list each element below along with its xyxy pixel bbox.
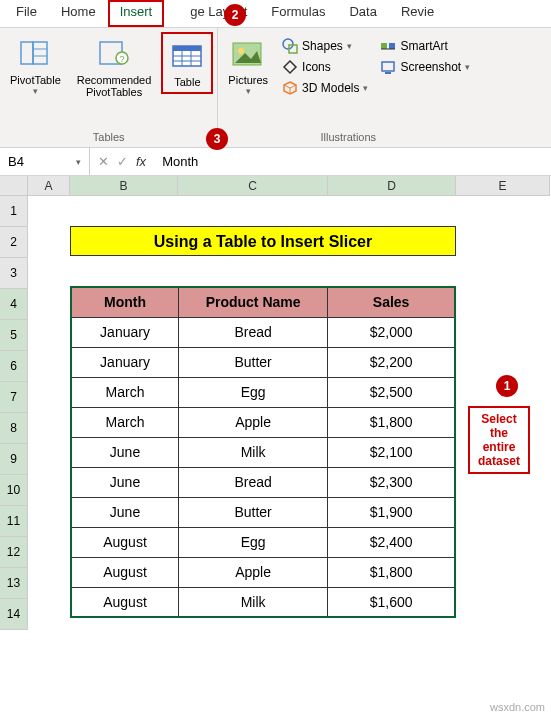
row-head[interactable]: 13 [0,568,28,599]
pictures-icon [230,36,266,72]
ribbon-tabs: File Home Insert ge Layout Formulas Data… [0,0,551,28]
tab-file[interactable]: File [4,0,49,27]
select-all-corner[interactable] [0,176,28,196]
svg-point-15 [283,39,293,49]
table-icon [169,38,205,74]
tab-insert[interactable]: Insert [108,0,165,27]
illustrations-group-label: Illustrations [320,129,376,145]
svg-text:?: ? [120,54,125,64]
row-head[interactable]: 11 [0,506,28,537]
screenshot-icon [380,59,396,75]
header-sales: Sales [328,287,455,317]
svg-rect-8 [173,46,201,51]
table-row: AugustMilk$1,600 [71,587,455,617]
step-3-badge: 3 [206,128,228,150]
tables-group: PivotTable ▾ ? Recommended PivotTables T… [0,28,218,147]
screenshot-button[interactable]: Screenshot ▾ [376,57,474,77]
annotation-select-dataset: Select the entire dataset [468,406,530,474]
row-head[interactable]: 3 [0,258,28,289]
col-head-a[interactable]: A [28,176,70,196]
data-table[interactable]: Month Product Name Sales JanuaryBread$2,… [70,286,456,618]
table-row: AugustApple$1,800 [71,557,455,587]
row-head[interactable]: 6 [0,351,28,382]
row-head[interactable]: 12 [0,537,28,568]
smartart-button[interactable]: SmartArt [376,36,474,56]
pivottable-button[interactable]: PivotTable ▾ [4,32,67,100]
col-head-e[interactable]: E [456,176,550,196]
svg-rect-19 [382,62,394,71]
table-button[interactable]: Table [161,32,213,94]
recommended-pivottables-button[interactable]: ? Recommended PivotTables [71,32,158,102]
table-row: JanuaryBread$2,000 [71,317,455,347]
table-row: MarchEgg$2,500 [71,377,455,407]
table-row: MarchApple$1,800 [71,407,455,437]
dropdown-caret-icon: ▾ [33,86,38,96]
tables-group-label: Tables [93,129,125,145]
formula-bar: B4 ▾ ✕ ✓ fx Month [0,148,551,176]
row-head[interactable]: 7 [0,382,28,413]
3d-models-button[interactable]: 3D Models ▾ [278,78,372,98]
header-month: Month [71,287,179,317]
title-banner: Using a Table to Insert Slicer [70,226,456,256]
tab-review[interactable]: Revie [389,0,446,27]
recommended-pivot-icon: ? [96,36,132,72]
3d-models-icon [282,80,298,96]
icons-button[interactable]: Icons [278,57,372,77]
ribbon: PivotTable ▾ ? Recommended PivotTables T… [0,28,551,148]
row-head[interactable]: 1 [0,196,28,227]
svg-rect-1 [33,42,47,64]
row-head[interactable]: 10 [0,475,28,506]
table-row: JanuaryButter$2,200 [71,347,455,377]
step-2-badge: 2 [224,4,246,26]
shapes-button[interactable]: Shapes ▾ [278,36,372,56]
table-row: JuneButter$1,900 [71,497,455,527]
row-head[interactable]: 8 [0,413,28,444]
smartart-icon [380,38,396,54]
table-header-row: Month Product Name Sales [71,287,455,317]
table-row: JuneBread$2,300 [71,467,455,497]
watermark: wsxdn.com [490,701,545,713]
tab-data[interactable]: Data [337,0,388,27]
enter-icon[interactable]: ✓ [117,154,128,169]
icons-icon [282,59,298,75]
tab-home[interactable]: Home [49,0,108,27]
illustrations-group: Pictures ▾ Shapes ▾ Icons 3D Models ▾ [218,28,478,147]
formula-input[interactable]: Month [154,154,551,169]
row-head[interactable]: 14 [0,599,28,630]
svg-rect-20 [385,72,391,74]
step-1-badge: 1 [496,375,518,397]
row-head[interactable]: 5 [0,320,28,351]
pivottable-icon [17,36,53,72]
col-head-c[interactable]: C [178,176,328,196]
col-head-d[interactable]: D [328,176,456,196]
table-row: AugustEgg$2,400 [71,527,455,557]
row-head[interactable]: 2 [0,227,28,258]
pictures-button[interactable]: Pictures ▾ [222,32,274,100]
col-head-b[interactable]: B [70,176,178,196]
svg-rect-18 [389,43,395,49]
shapes-icon [282,38,298,54]
table-row: JuneMilk$2,100 [71,437,455,467]
tab-formulas[interactable]: Formulas [259,0,337,27]
header-product: Product Name [179,287,328,317]
svg-rect-0 [21,42,33,64]
svg-point-14 [238,48,244,54]
fx-icon[interactable]: fx [136,154,146,169]
row-head[interactable]: 9 [0,444,28,475]
name-box-dropdown-icon: ▾ [76,157,81,167]
name-box[interactable]: B4 ▾ [0,148,90,175]
row-head[interactable]: 4 [0,289,28,320]
grid-headers: A B C D E [0,176,551,196]
svg-rect-17 [381,43,387,49]
cancel-icon[interactable]: ✕ [98,154,109,169]
dropdown-caret-icon: ▾ [246,86,251,96]
